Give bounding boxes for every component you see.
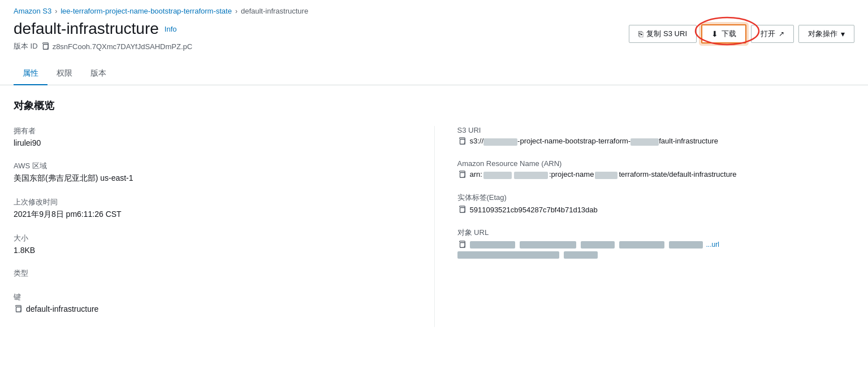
object-url-line1: ...url	[457, 240, 855, 249]
etag-value-row: 5911093521cb954287c7bf4b71d13dab	[457, 205, 855, 214]
tab-properties[interactable]: 属性	[14, 63, 47, 85]
copy-s3-uri-icon: ⎘	[638, 29, 643, 38]
version-id-value: z8snFCooh.7QXmc7DAYfJdSAHDmPZ.pC	[53, 42, 193, 51]
page-title: default-infrastructure	[14, 20, 159, 38]
size-field: 大小 1.8KB	[14, 233, 412, 255]
key-label: 键	[14, 292, 412, 302]
aws-region-label: AWS 区域	[14, 161, 412, 171]
object-url-line2	[457, 251, 855, 259]
key-field: 键 default-infrastructure	[14, 292, 412, 313]
type-field: 类型	[14, 268, 412, 278]
owner-field: 拥有者 lirulei90	[14, 126, 412, 147]
object-url-copy-icon[interactable]	[457, 240, 467, 249]
etag-value: 5911093521cb954287c7bf4b71d13dab	[470, 206, 598, 214]
last-modified-field: 上次修改时间 2021年9月8日 pm6:11:26 CST	[14, 197, 412, 220]
object-actions-label: 对象操作	[808, 29, 837, 39]
size-value: 1.8KB	[14, 246, 412, 255]
header-left: default-infrastructure Info 版本 ID z8snFC…	[14, 20, 192, 51]
etag-copy-icon[interactable]	[457, 205, 467, 214]
action-buttons: ⎘ 复制 S3 URI ⬇ 下载 打开 ↗ 对象操作 ▾	[629, 20, 854, 43]
breadcrumb-sep-1: ›	[55, 7, 57, 15]
content-area: 对象概览 拥有者 lirulei90 AWS 区域 美国东部(弗吉尼亚北部) u…	[0, 85, 868, 341]
object-url-label: 对象 URL	[457, 228, 855, 238]
download-label: 下载	[722, 29, 736, 39]
open-button[interactable]: 打开 ↗	[751, 25, 794, 43]
tab-permissions[interactable]: 权限	[47, 63, 81, 85]
arn-value-row: arn::project-nameterraform-state/default…	[457, 170, 855, 179]
aws-region-value: 美国东部(弗吉尼亚北部) us-east-1	[14, 173, 412, 184]
version-id-label: 版本 ID	[14, 41, 38, 51]
size-label: 大小	[14, 233, 412, 243]
owner-value: lirulei90	[14, 138, 412, 147]
page-header: default-infrastructure Info 版本 ID z8snFC…	[0, 20, 868, 58]
aws-region-field: AWS 区域 美国东部(弗吉尼亚北部) us-east-1	[14, 161, 412, 184]
version-id-row: 版本 ID z8snFCooh.7QXmc7DAYfJdSAHDmPZ.pC	[14, 41, 192, 51]
etag-field: 实体标签(Etag) 5911093521cb954287c7bf4b71d13…	[457, 193, 855, 214]
s3-uri-copy-icon[interactable]	[457, 137, 467, 146]
section-title: 对象概览	[14, 99, 854, 112]
last-modified-value: 2021年9月8日 pm6:11:26 CST	[14, 210, 412, 220]
open-icon: ↗	[779, 30, 784, 38]
breadcrumb-sep-2: ›	[235, 7, 237, 15]
breadcrumb-current: default-infrastructure	[241, 7, 308, 15]
key-value: default-infrastructure	[26, 304, 98, 313]
version-copy-icon[interactable]	[41, 42, 49, 50]
arn-label: Amazon Resource Name (ARN)	[457, 159, 855, 168]
s3-uri-value-row: s3://-project-name-bootstrap-terraform-f…	[457, 137, 855, 146]
copy-s3-uri-label: 复制 S3 URI	[646, 29, 687, 39]
last-modified-label: 上次修改时间	[14, 197, 412, 207]
object-actions-button[interactable]: 对象操作 ▾	[798, 25, 854, 43]
tabs-bar: 属性 权限 版本	[0, 63, 868, 85]
download-icon: ⬇	[711, 29, 718, 38]
object-actions-chevron-icon: ▾	[841, 29, 845, 38]
arn-field: Amazon Resource Name (ARN) arn::project-…	[457, 159, 855, 179]
s3-uri-field: S3 URI s3://-project-name-bootstrap-terr…	[457, 126, 855, 146]
s3-uri-label: S3 URI	[457, 126, 855, 134]
arn-copy-icon[interactable]	[457, 170, 467, 179]
owner-label: 拥有者	[14, 126, 412, 136]
arn-text: arn::project-nameterraform-state/default…	[470, 170, 737, 178]
copy-s3-uri-button[interactable]: ⎘ 复制 S3 URI	[629, 25, 697, 43]
open-label: 打开	[761, 29, 775, 39]
s3-uri-text: s3://-project-name-bootstrap-terraform-f…	[470, 137, 718, 145]
breadcrumb-bucket-link[interactable]: lee-terraform-project-name-bootstrap-ter…	[61, 7, 232, 15]
download-button[interactable]: ⬇ 下载	[701, 24, 746, 43]
key-value-row: default-infrastructure	[14, 304, 412, 313]
breadcrumb-s3-link[interactable]: Amazon S3	[14, 7, 51, 15]
url-partial-text: ...url	[706, 241, 719, 249]
left-column: 拥有者 lirulei90 AWS 区域 美国东部(弗吉尼亚北部) us-eas…	[14, 126, 434, 327]
page-title-container: default-infrastructure Info	[14, 20, 192, 38]
tab-versions[interactable]: 版本	[81, 63, 115, 85]
etag-label: 实体标签(Etag)	[457, 193, 855, 203]
object-url-value-row: ...url	[457, 240, 855, 259]
breadcrumb: Amazon S3 › lee-terraform-project-name-b…	[0, 0, 868, 20]
download-button-wrapper: ⬇ 下载	[701, 24, 746, 43]
info-link[interactable]: Info	[165, 25, 177, 33]
object-url-field: 对象 URL ...url	[457, 228, 855, 259]
right-column: S3 URI s3://-project-name-bootstrap-terr…	[434, 126, 855, 327]
overview-grid: 拥有者 lirulei90 AWS 区域 美国东部(弗吉尼亚北部) us-eas…	[14, 126, 854, 327]
type-label: 类型	[14, 268, 412, 278]
key-copy-icon[interactable]	[14, 304, 23, 313]
